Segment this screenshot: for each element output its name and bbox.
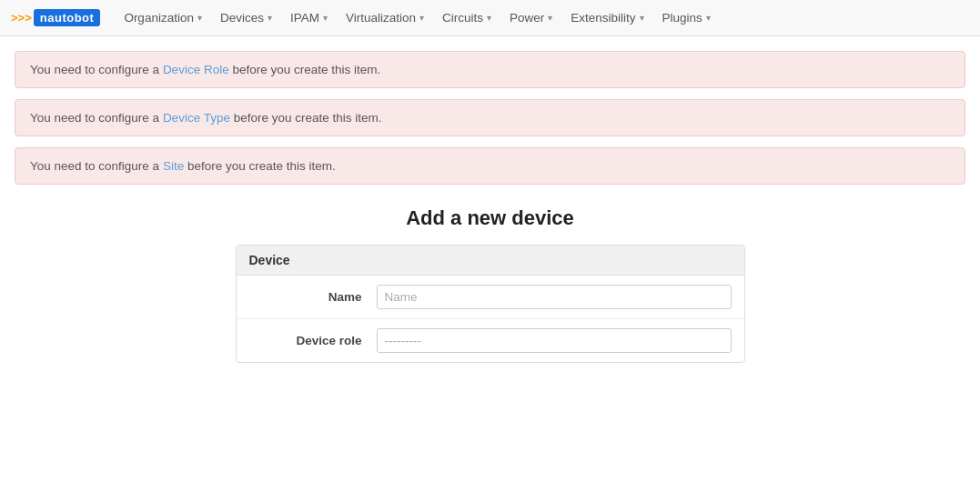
alert-site: You need to configure a Site before you … xyxy=(15,147,965,185)
nav-label-plugins: Plugins xyxy=(662,11,702,25)
form-row-name: Name xyxy=(237,276,744,319)
brand-arrows-icon: >>> xyxy=(11,11,32,25)
nav-label-virtualization: Virtualization xyxy=(346,11,416,25)
nav-link-devices[interactable]: Devices ▾ xyxy=(211,2,281,34)
device-form-card: Device Name Device role --------- xyxy=(236,245,745,363)
nav-item-plugins: Plugins ▾ xyxy=(653,2,720,34)
alert-device-role: You need to configure a Device Role befo… xyxy=(15,51,965,88)
alert-device-role-link[interactable]: Device Role xyxy=(163,63,229,76)
nav-link-circuits[interactable]: Circuits ▾ xyxy=(433,2,500,34)
alert-site-link[interactable]: Site xyxy=(163,159,184,173)
form-card-header: Device xyxy=(237,246,744,276)
alert-site-suffix: before you create this item. xyxy=(184,159,336,173)
chevron-down-icon: ▾ xyxy=(548,13,552,23)
nav-link-ipam[interactable]: IPAM ▾ xyxy=(281,2,337,34)
nav-label-ipam: IPAM xyxy=(290,11,319,25)
nav-link-power[interactable]: Power ▾ xyxy=(500,2,561,34)
nav-menu: Organization ▾ Devices ▾ IPAM ▾ Virtuali… xyxy=(115,2,719,34)
form-container: Add a new device Device Name Device role… xyxy=(15,206,965,363)
nav-label-extensibility: Extensibility xyxy=(571,11,635,25)
form-title: Add a new device xyxy=(406,206,574,230)
nav-link-virtualization[interactable]: Virtualization ▾ xyxy=(337,2,433,34)
brand-name: nautobot xyxy=(34,9,101,26)
chevron-down-icon: ▾ xyxy=(640,13,644,23)
alert-device-type-suffix: before you create this item. xyxy=(230,111,382,125)
chevron-down-icon: ▾ xyxy=(419,13,424,23)
alert-device-type-prefix: You need to configure a xyxy=(30,111,163,125)
chevron-down-icon: ▾ xyxy=(268,13,272,23)
nav-link-plugins[interactable]: Plugins ▾ xyxy=(653,2,720,34)
alert-device-role-prefix: You need to configure a xyxy=(30,63,163,76)
alert-device-type-link[interactable]: Device Type xyxy=(163,111,230,125)
chevron-down-icon: ▾ xyxy=(487,13,491,23)
alert-device-role-suffix: before you create this item. xyxy=(229,63,381,76)
nav-item-organization: Organization ▾ xyxy=(115,2,211,34)
nav-link-organization[interactable]: Organization ▾ xyxy=(115,2,211,34)
name-input[interactable] xyxy=(377,285,732,309)
chevron-down-icon: ▾ xyxy=(197,13,202,23)
nav-link-extensibility[interactable]: Extensibility ▾ xyxy=(561,2,652,34)
main-content: You need to configure a Device Role befo… xyxy=(0,36,980,482)
chevron-down-icon: ▾ xyxy=(323,13,328,23)
alert-device-type: You need to configure a Device Type befo… xyxy=(15,99,965,136)
nav-item-virtualization: Virtualization ▾ xyxy=(337,2,433,34)
name-label: Name xyxy=(249,290,377,304)
nav-item-extensibility: Extensibility ▾ xyxy=(561,2,652,34)
nav-item-power: Power ▾ xyxy=(500,2,561,34)
nav-item-ipam: IPAM ▾ xyxy=(281,2,337,34)
chevron-down-icon: ▾ xyxy=(706,13,711,23)
navbar: >>> nautobot Organization ▾ Devices ▾ IP… xyxy=(0,0,980,36)
nav-label-organization: Organization xyxy=(124,11,194,25)
nav-item-circuits: Circuits ▾ xyxy=(433,2,500,34)
nav-label-power: Power xyxy=(510,11,544,25)
form-card-body: Name Device role --------- xyxy=(237,276,744,362)
device-role-label: Device role xyxy=(249,334,377,347)
device-role-select[interactable]: --------- xyxy=(377,328,732,353)
nav-label-devices: Devices xyxy=(220,11,264,25)
alert-site-prefix: You need to configure a xyxy=(30,159,163,173)
form-row-device-role: Device role --------- xyxy=(237,319,744,362)
nav-item-devices: Devices ▾ xyxy=(211,2,281,34)
brand-logo[interactable]: >>> nautobot xyxy=(11,9,100,26)
nav-label-circuits: Circuits xyxy=(442,11,483,25)
